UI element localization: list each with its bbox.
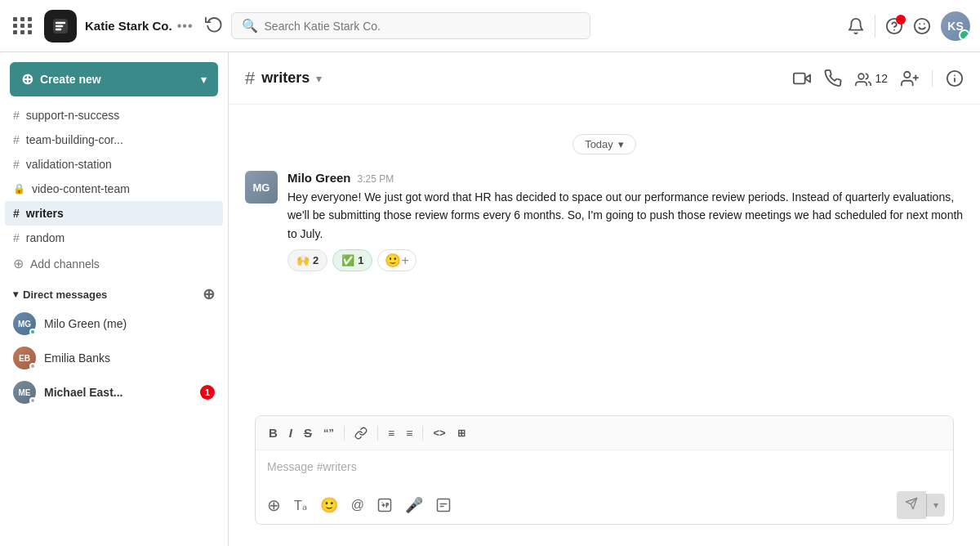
gif-button[interactable] xyxy=(374,495,395,516)
members-count[interactable]: 12 xyxy=(855,71,888,86)
italic-button[interactable]: I xyxy=(284,423,297,443)
hash-icon: # xyxy=(13,207,20,220)
sidebar: ⊕ Create new ▾ # support-n-success # tea… xyxy=(0,52,229,546)
sidebar-channel-team-building[interactable]: # team-building-cor... xyxy=(0,128,228,152)
message-input-area: B I S “” ≡ ≡ <> ⊞ xyxy=(255,415,954,525)
status-dot xyxy=(29,363,36,369)
message-input-wrapper: B I S “” ≡ ≡ <> ⊞ xyxy=(229,415,980,546)
message-content: Milo Green 3:25 PM Hey everyone! We just… xyxy=(287,171,964,271)
workspace-dots[interactable]: ••• xyxy=(177,19,194,34)
emoji-icon[interactable] xyxy=(913,17,931,35)
status-dot xyxy=(29,397,36,404)
hash-icon: # xyxy=(13,109,20,122)
mention-button[interactable]: @ xyxy=(348,495,368,516)
notifications-icon[interactable] xyxy=(847,17,865,35)
add-dm-icon[interactable]: ⊕ xyxy=(203,285,215,303)
input-placeholder: Message #writers xyxy=(267,460,357,473)
input-actions: ⊕ Tₐ 🙂 @ 🎤 xyxy=(256,486,953,524)
bold-button[interactable]: B xyxy=(264,423,283,443)
channel-name: validation-station xyxy=(26,158,112,171)
reaction-celebrate[interactable]: 🙌 2 xyxy=(287,249,327,271)
toolbar-divider xyxy=(344,426,345,441)
strikethrough-button[interactable]: S xyxy=(299,423,317,443)
search-input[interactable] xyxy=(265,20,580,33)
channel-name: writers xyxy=(26,207,64,220)
unordered-list-button[interactable]: ≡ xyxy=(401,423,417,443)
dm-avatar-emilia: EB xyxy=(13,347,36,369)
user-avatar[interactable]: KS xyxy=(941,11,970,41)
search-bar[interactable]: 🔍 xyxy=(231,12,590,39)
lock-icon: 🔒 xyxy=(13,183,25,195)
sidebar-channel-random[interactable]: # random xyxy=(0,226,228,250)
blockquote-button[interactable]: “” xyxy=(318,423,339,442)
hash-icon: # xyxy=(13,133,20,146)
message-reactions: 🙌 2 ✅ 1 🙂+ xyxy=(287,249,964,271)
svg-point-9 xyxy=(904,71,910,77)
reaction-count: 2 xyxy=(313,254,318,266)
date-pill[interactable]: Today ▾ xyxy=(572,134,636,154)
channel-name: support-n-success xyxy=(26,109,119,122)
chat-header: # writers ▾ xyxy=(229,52,980,105)
messages-area: Today ▾ MG Milo Green 3:25 PM Hey everyo… xyxy=(229,105,980,415)
shortcuts-button[interactable] xyxy=(433,495,454,516)
dm-name: Emilia Banks xyxy=(44,351,110,365)
sidebar-channel-writers[interactable]: # writers xyxy=(5,201,223,226)
ordered-list-button[interactable]: ≡ xyxy=(383,423,399,443)
date-chevron-icon: ▾ xyxy=(618,138,624,150)
sidebar-channel-support-n-success[interactable]: # support-n-success xyxy=(0,103,228,128)
create-new-label: Create new xyxy=(40,73,101,86)
video-call-icon[interactable] xyxy=(793,69,811,87)
send-button[interactable] xyxy=(897,491,926,519)
workspace-name-area[interactable]: Katie Stark Co. ••• xyxy=(85,19,194,34)
help-icon[interactable]: ​ xyxy=(885,17,903,35)
link-button[interactable] xyxy=(350,423,372,443)
history-icon[interactable] xyxy=(205,15,223,37)
dm-michael-east[interactable]: ME Michael East... 1 xyxy=(0,375,228,410)
add-member-icon[interactable] xyxy=(901,69,919,87)
message-text-input[interactable]: Message #writers xyxy=(256,450,953,486)
add-channels-button[interactable]: ⊕ Add channels xyxy=(0,250,228,277)
dm-section-label: Direct messages xyxy=(23,289,107,301)
header-divider xyxy=(932,70,933,87)
direct-messages-section[interactable]: ▾ Direct messages ⊕ xyxy=(0,277,228,307)
reaction-emoji: 🙌 xyxy=(296,254,310,266)
add-attachment-button[interactable]: ⊕ xyxy=(264,492,284,518)
dm-emilia-banks[interactable]: EB Emilia Banks xyxy=(0,341,228,375)
channel-hash-icon: # xyxy=(245,68,255,89)
sidebar-channel-validation[interactable]: # validation-station xyxy=(0,152,228,177)
input-toolbar: B I S “” ≡ ≡ <> ⊞ xyxy=(256,416,953,450)
svg-rect-7 xyxy=(794,73,805,83)
message-text: Hey everyone! We just got word that HR h… xyxy=(287,188,964,243)
reaction-check[interactable]: ✅ 1 xyxy=(332,249,372,271)
code-button[interactable]: <> xyxy=(428,423,450,442)
emoji-picker-button[interactable]: 🙂 xyxy=(317,493,341,517)
grid-icon[interactable] xyxy=(10,14,36,38)
dm-name: Milo Green (me) xyxy=(44,317,127,330)
code-block-button[interactable]: ⊞ xyxy=(452,424,470,442)
send-options-button[interactable]: ▾ xyxy=(926,494,945,517)
workspace-name: Katie Stark Co. xyxy=(85,19,172,33)
create-new-chevron-icon: ▾ xyxy=(201,74,207,86)
dm-milo-green[interactable]: MG Milo Green (me) xyxy=(0,307,228,341)
reaction-count: 1 xyxy=(358,254,363,266)
send-button-group: ▾ xyxy=(897,491,945,519)
info-icon[interactable] xyxy=(946,69,964,87)
chat-channel-name: writers xyxy=(261,69,310,87)
channel-chevron-icon[interactable]: ▾ xyxy=(316,72,322,85)
format-text-button[interactable]: Tₐ xyxy=(291,495,310,517)
topbar: Katie Stark Co. ••• 🔍 ​ xyxy=(0,0,980,52)
create-new-button[interactable]: ⊕ Create new ▾ xyxy=(10,62,218,96)
dm-avatar-milo: MG xyxy=(13,312,36,335)
date-label: Today xyxy=(585,138,613,150)
svg-rect-17 xyxy=(438,499,450,512)
message-header: Milo Green 3:25 PM xyxy=(287,171,964,185)
sidebar-channel-video[interactable]: 🔒 video-content-team xyxy=(0,177,228,201)
search-icon: 🔍 xyxy=(242,18,258,34)
hash-icon: # xyxy=(13,158,20,171)
phone-call-icon[interactable] xyxy=(824,69,842,87)
chat-header-left: # writers ▾ xyxy=(245,68,793,89)
create-new-plus-icon: ⊕ xyxy=(21,70,33,88)
add-reaction-button[interactable]: 🙂+ xyxy=(377,249,416,271)
audio-button[interactable]: 🎤 xyxy=(402,493,426,517)
message-avatar: MG xyxy=(245,171,278,204)
